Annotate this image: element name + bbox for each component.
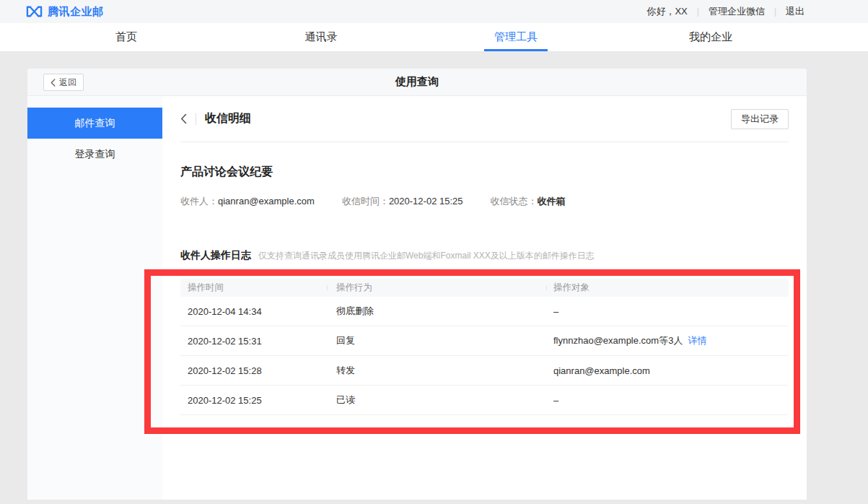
log-heading-row: 收件人操作日志 仅支持查询通讯录成员使用腾讯企业邮Web端和Foxmail XX… xyxy=(180,249,789,262)
meta-receive-time: 收信时间：2020-12-02 15:25 xyxy=(342,195,463,208)
tab-my-company[interactable]: 我的企业 xyxy=(613,23,808,51)
tab-contacts[interactable]: 通讯录 xyxy=(224,23,418,51)
panel-body: 邮件查询 登录查询 收信明细 导出记录 产品讨论会议纪要 收件人：qianran… xyxy=(27,96,807,500)
meta-receive-status: 收信状态：收件箱 xyxy=(491,195,566,208)
navbar: 首页 通讯录 管理工具 我的企业 xyxy=(0,23,868,52)
column-header-target: 操作对象 xyxy=(546,282,789,294)
recipient-label: 收件人： xyxy=(180,196,218,207)
cell-time: 2020-12-02 15:25 xyxy=(180,395,327,406)
detail-header: 收信明细 导出记录 xyxy=(180,96,789,142)
brand: 腾讯企业邮 xyxy=(26,5,104,19)
logout-link[interactable]: 退出 xyxy=(786,5,805,18)
cell-action: 回复 xyxy=(327,334,546,347)
table-row: 2020-12-02 15:25 已读 – xyxy=(180,386,789,415)
receive-time-value: 2020-12-02 15:25 xyxy=(389,196,463,207)
operation-log-table: 操作时间 操作行为 操作对象 2020-12-04 14:34 彻底删除 – 2… xyxy=(180,279,789,415)
mail-subject: 产品讨论会议纪要 xyxy=(180,165,789,180)
cell-target-text: – xyxy=(553,395,558,406)
cell-action: 已读 xyxy=(327,394,546,407)
meta-recipient: 收件人：qianran@example.com xyxy=(180,195,315,208)
cell-target: flynnzhao@example.com等3人详情 xyxy=(546,334,789,347)
mail-meta: 收件人：qianran@example.com 收信时间：2020-12-02 … xyxy=(180,195,789,208)
table-row: 2020-12-04 14:34 彻底删除 – xyxy=(180,297,789,326)
detail-link[interactable]: 详情 xyxy=(688,335,706,346)
cell-target: – xyxy=(546,395,789,406)
table-row: 2020-12-02 15:31 回复 flynnzhao@example.co… xyxy=(180,326,789,356)
cell-target-text: qianran@example.com xyxy=(553,365,650,376)
separator: | xyxy=(697,6,699,17)
panel-header: 返回 使用查询 xyxy=(27,69,807,96)
tab-home[interactable]: 首页 xyxy=(29,23,224,51)
page-title: 使用查询 xyxy=(395,75,439,89)
greeting-text: 你好，XX xyxy=(646,5,687,18)
detail-back-button[interactable] xyxy=(180,113,187,124)
chevron-left-icon xyxy=(51,79,56,87)
cell-time: 2020-12-02 15:31 xyxy=(180,336,327,347)
tab-admin-tools[interactable]: 管理工具 xyxy=(418,23,613,51)
sidebar-item-mail-query[interactable]: 邮件查询 xyxy=(27,108,162,139)
topbar: 腾讯企业邮 你好，XX | 管理企业微信 | 退出 xyxy=(0,0,868,23)
exmail-logo-icon xyxy=(26,6,43,17)
column-header-action: 操作行为 xyxy=(327,282,546,294)
screen: 腾讯企业邮 你好，XX | 管理企业微信 | 退出 首页 通讯录 管理工具 我的… xyxy=(0,0,868,504)
recipient-value: qianran@example.com xyxy=(218,196,315,207)
column-header-time: 操作时间 xyxy=(180,282,327,294)
cell-time: 2020-12-04 14:34 xyxy=(180,306,327,317)
table-row: 2020-12-02 15:28 转发 qianran@example.com xyxy=(180,356,789,386)
table-header-row: 操作时间 操作行为 操作对象 xyxy=(180,279,789,297)
cell-time: 2020-12-02 15:28 xyxy=(180,365,327,376)
detail-title: 收信明细 xyxy=(205,111,251,126)
sidebar-item-login-query[interactable]: 登录查询 xyxy=(27,139,162,170)
cell-target: qianran@example.com xyxy=(546,365,789,376)
brand-name: 腾讯企业邮 xyxy=(48,5,104,19)
log-note: 仅支持查询通讯录成员使用腾讯企业邮Web端和Foxmail XXX及以上版本的邮… xyxy=(258,250,595,262)
sidebar: 邮件查询 登录查询 xyxy=(27,96,162,500)
back-button-label: 返回 xyxy=(59,77,76,89)
cell-target: – xyxy=(546,306,789,317)
topbar-right: 你好，XX | 管理企业微信 | 退出 xyxy=(646,5,805,18)
separator: | xyxy=(774,6,776,17)
cell-target-text: flynnzhao@example.com等3人 xyxy=(553,335,683,346)
chevron-left-icon xyxy=(180,113,187,124)
nav-tabs: 首页 通讯录 管理工具 我的企业 xyxy=(29,23,808,51)
manage-wecom-link[interactable]: 管理企业微信 xyxy=(709,5,765,18)
log-heading: 收件人操作日志 xyxy=(180,249,251,262)
back-button[interactable]: 返回 xyxy=(43,74,84,91)
cell-action: 转发 xyxy=(327,364,546,377)
receive-status-value: 收件箱 xyxy=(538,196,566,207)
cell-target-text: – xyxy=(553,306,558,317)
usage-query-panel: 返回 使用查询 邮件查询 登录查询 收信明细 导出记录 产品讨 xyxy=(27,69,807,500)
receive-status-label: 收信状态： xyxy=(491,196,538,207)
receive-time-label: 收信时间： xyxy=(342,196,389,207)
export-records-button[interactable]: 导出记录 xyxy=(731,109,789,129)
vertical-divider xyxy=(196,113,196,125)
main-content: 收信明细 导出记录 产品讨论会议纪要 收件人：qianran@example.c… xyxy=(162,96,807,500)
cell-action: 彻底删除 xyxy=(327,305,546,318)
